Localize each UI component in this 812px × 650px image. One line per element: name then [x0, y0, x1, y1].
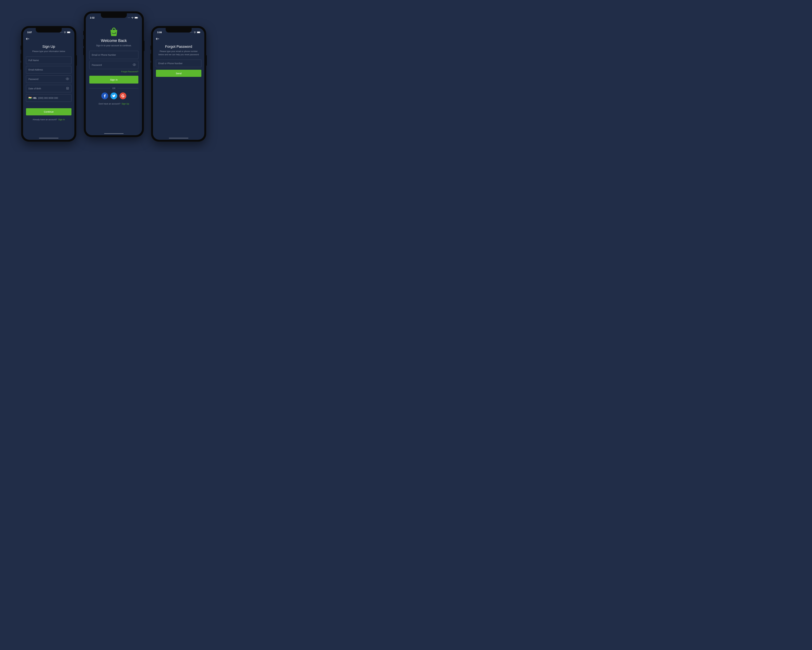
volume-up-button	[151, 54, 151, 61]
social-row	[89, 92, 138, 99]
power-button	[144, 41, 144, 51]
facebook-button[interactable]	[101, 92, 108, 99]
page-subtitle: Please type your information below	[26, 50, 72, 53]
status-time: 3:07	[27, 31, 32, 34]
send-button[interactable]: Send	[156, 70, 201, 77]
email-field[interactable]	[89, 51, 138, 59]
password-field[interactable]	[89, 61, 138, 69]
volume-up-button	[83, 39, 84, 46]
svg-point-17	[134, 64, 135, 65]
signin-button[interactable]: Sign In	[89, 76, 138, 84]
country-code: +91	[33, 97, 37, 99]
divider-line	[89, 88, 110, 89]
battery-icon	[67, 31, 71, 33]
google-icon	[121, 94, 125, 98]
google-button[interactable]	[119, 92, 126, 99]
phone-forgot: 3:08 •••• Forgot Password Please type yo…	[151, 26, 206, 142]
phone-signup: 3:07 •••• Sign Up Please type your infor…	[21, 26, 76, 142]
status-icons: ••••	[128, 17, 138, 19]
volume-down-button	[83, 48, 84, 55]
signup-prompt-row: Dont have an account? Sign Up	[89, 102, 138, 105]
status-time: 3:08	[157, 31, 162, 34]
back-button[interactable]	[26, 37, 31, 41]
notch	[166, 28, 192, 32]
volume-down-button	[21, 63, 21, 70]
fullname-input[interactable]	[28, 59, 69, 61]
svg-rect-1	[67, 32, 70, 33]
status-icons: ••••	[60, 31, 71, 33]
signal-icon: ••••	[128, 17, 130, 18]
email-field[interactable]	[26, 66, 72, 73]
app-logo	[108, 27, 119, 37]
power-button	[206, 55, 207, 66]
back-button[interactable]	[156, 37, 161, 41]
wifi-icon	[131, 17, 134, 19]
signin-link[interactable]: Sign In	[58, 118, 65, 121]
volume-up-button	[21, 54, 21, 61]
password-input[interactable]	[28, 78, 64, 80]
svg-rect-2	[70, 32, 71, 33]
notch	[101, 13, 127, 18]
dob-field[interactable]	[26, 85, 72, 92]
email-input[interactable]	[28, 69, 69, 71]
svg-point-10	[68, 88, 68, 89]
page-title: Forgot Password	[156, 44, 201, 49]
volume-down-button	[151, 63, 151, 70]
email-field[interactable]	[156, 60, 201, 67]
signin-content: Welcome Back Sign in to your account to …	[86, 20, 142, 105]
wifi-icon	[194, 32, 196, 33]
facebook-icon	[104, 94, 106, 98]
signup-content: Sign Up Please type your information bel…	[23, 34, 74, 121]
screen-signup: 3:07 •••• Sign Up Please type your infor…	[23, 28, 74, 140]
mute-switch	[83, 31, 84, 35]
signup-link[interactable]: Sign Up	[122, 102, 129, 105]
dont-have-text: Dont have an account?	[99, 102, 121, 105]
email-input[interactable]	[92, 54, 136, 56]
already-text: Already have an account?	[33, 118, 57, 121]
home-indicator[interactable]	[39, 138, 58, 138]
twitter-button[interactable]	[110, 92, 117, 99]
power-button	[76, 55, 77, 66]
page-subtitle: Please type your email or phone number b…	[156, 50, 201, 56]
svg-rect-19	[197, 32, 200, 33]
forgot-password-link[interactable]: Forgot Password?	[89, 70, 138, 73]
svg-rect-20	[200, 32, 201, 33]
phone-signin: 2:32 •••• Welcome Back Sign in to your a…	[84, 11, 144, 137]
arrow-left-icon	[26, 38, 29, 40]
status-icons: ••••	[190, 31, 201, 33]
mute-switch	[151, 46, 151, 50]
svg-rect-15	[135, 17, 137, 18]
battery-icon	[197, 31, 201, 33]
screen-forgot: 3:08 •••• Forgot Password Please type yo…	[153, 28, 204, 140]
home-indicator[interactable]	[169, 138, 188, 138]
password-input[interactable]	[92, 64, 131, 66]
svg-point-3	[67, 78, 68, 79]
or-divider: OR	[89, 87, 138, 90]
fullname-field[interactable]	[26, 57, 72, 64]
wifi-icon	[64, 32, 66, 33]
divider-line	[118, 88, 138, 89]
forgot-content: Forgot Password Please type your email o…	[153, 34, 204, 77]
battery-icon	[134, 17, 138, 19]
dob-input[interactable]	[28, 87, 65, 90]
twitter-icon	[112, 95, 116, 97]
svg-point-13	[68, 89, 68, 89]
password-field[interactable]	[26, 75, 72, 83]
flag-icon: 🇮🇳	[28, 96, 32, 99]
phone-input[interactable]	[38, 97, 69, 99]
already-account-row: Already have an account? Sign In	[26, 118, 72, 121]
eye-icon[interactable]	[133, 63, 136, 67]
continue-button[interactable]: Continue	[26, 108, 72, 115]
page-title: Welcome Back	[89, 38, 138, 43]
email-input[interactable]	[158, 62, 199, 65]
screen-signin: 2:32 •••• Welcome Back Sign in to your a…	[86, 13, 142, 135]
page-title: Sign Up	[26, 44, 72, 49]
arrow-left-icon	[156, 38, 159, 40]
country-selector[interactable]: 🇮🇳 +91	[28, 96, 37, 99]
notch	[36, 28, 62, 32]
phone-field[interactable]: 🇮🇳 +91	[26, 94, 72, 102]
eye-icon[interactable]	[66, 77, 69, 81]
calendar-icon[interactable]	[66, 87, 69, 90]
home-indicator[interactable]	[104, 133, 124, 134]
or-label: OR	[112, 87, 116, 90]
